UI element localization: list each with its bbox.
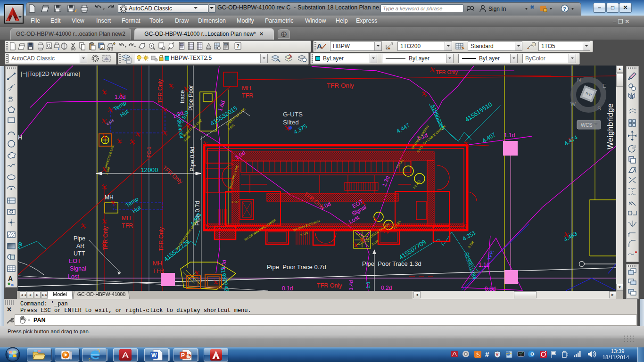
svg-text:?: ? bbox=[237, 43, 239, 49]
svg-text:MH: MH bbox=[122, 215, 131, 222]
svg-text:E: E bbox=[603, 83, 606, 89]
svg-text:MH: MH bbox=[242, 85, 251, 91]
svg-text:MH: MH bbox=[153, 260, 162, 267]
svg-text:W: W bbox=[151, 352, 157, 359]
svg-text:Pipe: Pipe bbox=[74, 235, 85, 242]
svg-text:UTT: UTT bbox=[74, 250, 85, 257]
svg-text:1.6d: 1.6d bbox=[217, 99, 227, 112]
svg-text:S: S bbox=[597, 106, 601, 111]
svg-text:V: V bbox=[496, 352, 499, 357]
svg-text:Sign In: Sign In bbox=[488, 6, 506, 12]
svg-text:[−][Top][2D Wireframe]: [−][Top][2D Wireframe] bbox=[21, 71, 80, 77]
svg-text:1.1d: 1.1d bbox=[504, 132, 515, 139]
svg-text:12000: 12000 bbox=[140, 166, 158, 173]
svg-text:SHEETPILE LINE: SHEETPILE LINE bbox=[104, 144, 115, 168]
svg-text:3.515: 3.515 bbox=[300, 231, 308, 237]
svg-text:519901084: 519901084 bbox=[463, 252, 478, 281]
svg-text:0.8d: 0.8d bbox=[485, 286, 495, 291]
svg-text:H: H bbox=[18, 134, 22, 141]
svg-text:3.937: 3.937 bbox=[231, 200, 239, 204]
svg-text:A: A bbox=[8, 275, 13, 282]
svg-text:0.1d: 0.1d bbox=[282, 285, 293, 291]
svg-text:AR: AR bbox=[76, 243, 84, 249]
svg-text:MH: MH bbox=[105, 194, 114, 201]
svg-text:A: A bbox=[317, 42, 322, 50]
svg-text:?: ? bbox=[563, 6, 566, 12]
svg-text:4.447: 4.447 bbox=[396, 122, 411, 134]
svg-text:1.1d: 1.1d bbox=[479, 262, 489, 268]
svg-text:WCS: WCS bbox=[581, 122, 593, 128]
svg-text:Lost: Lost bbox=[348, 214, 361, 225]
svg-text:Pipe Poor Trace 1.3d: Pipe Poor Trace 1.3d bbox=[362, 260, 421, 267]
svg-text:trace: trace bbox=[179, 90, 186, 103]
svg-text:TFR Only: TFR Only bbox=[436, 69, 458, 75]
svg-text:415522729: 415522729 bbox=[163, 238, 191, 263]
svg-text:TFR Only: TFR Only bbox=[157, 79, 164, 103]
svg-text:Silted: Silted bbox=[283, 119, 299, 126]
svg-text:415515510: 415515510 bbox=[463, 100, 493, 123]
svg-text:Pipe Poor Trace 0.7d: Pipe Poor Trace 0.7d bbox=[267, 263, 326, 271]
svg-text:Lost: Lost bbox=[68, 273, 79, 280]
svg-text:415507709: 415507709 bbox=[397, 238, 427, 261]
svg-text:4.483: 4.483 bbox=[563, 230, 578, 243]
svg-text:EOT: EOT bbox=[69, 258, 81, 264]
svg-text:6.515: 6.515 bbox=[106, 118, 115, 126]
svg-text:#: # bbox=[485, 350, 489, 358]
svg-text:N: N bbox=[577, 77, 581, 82]
svg-text:TFR Only: TFR Only bbox=[102, 226, 109, 250]
svg-text:TFR Only: TFR Only bbox=[327, 82, 354, 89]
svg-text:TFR: TFR bbox=[242, 92, 253, 99]
svg-text:W: W bbox=[570, 101, 576, 107]
svg-text:TFR Only: TFR Only bbox=[161, 165, 184, 185]
svg-text:0.2d: 0.2d bbox=[381, 285, 392, 291]
svg-text:TFR Only: TFR Only bbox=[158, 227, 165, 251]
svg-text:P: P bbox=[181, 352, 185, 359]
svg-text:Pipe Poor: Pipe Poor bbox=[188, 85, 194, 111]
svg-text:TFR: TFR bbox=[122, 222, 133, 229]
svg-text:1.4d: 1.4d bbox=[348, 280, 354, 290]
svg-text:TFR Only: TFR Only bbox=[317, 282, 342, 289]
svg-text:4.474: 4.474 bbox=[563, 134, 579, 147]
svg-text:G-UTS: G-UTS bbox=[283, 111, 303, 118]
svg-text:1.0: 1.0 bbox=[366, 282, 371, 288]
svg-text:Hut: Hut bbox=[131, 204, 142, 214]
svg-text:PC-1: PC-1 bbox=[147, 147, 152, 157]
svg-text:Weighbridge: Weighbridge bbox=[606, 103, 614, 149]
svg-text:3.339: 3.339 bbox=[467, 240, 474, 249]
svg-text:1.0d: 1.0d bbox=[115, 94, 125, 100]
svg-text:Signal: Signal bbox=[70, 265, 86, 272]
svg-text:Pipe 0.9d: Pipe 0.9d bbox=[189, 147, 196, 172]
